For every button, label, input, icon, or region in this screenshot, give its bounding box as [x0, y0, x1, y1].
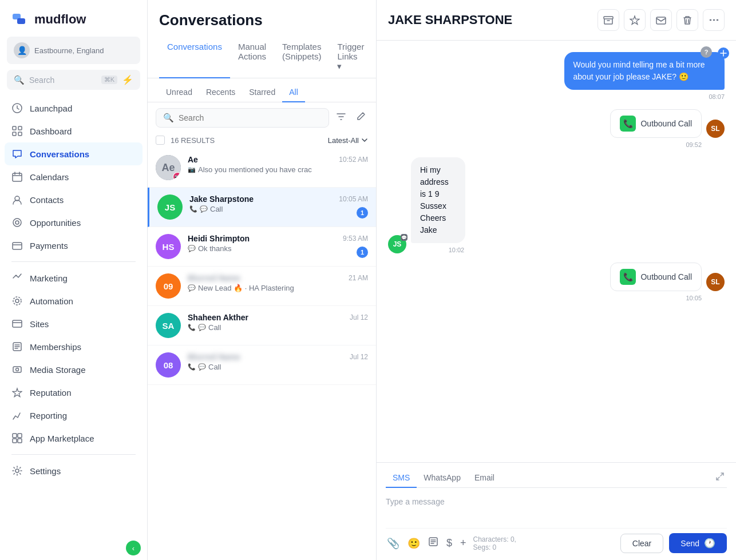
conversation-item-shaheen[interactable]: SA Shaheen Akther Jul 12 📞 💬 Call [148, 306, 376, 345]
composer-placeholder: Type a message [386, 497, 445, 506]
conversations-search-box[interactable]: 🔍 [156, 108, 329, 128]
chat-panel: JAKE SHARPSTONE Would you mind t [377, 0, 736, 560]
channel-icon-shaheen-phone: 📞 [188, 324, 196, 331]
dashboard-icon [11, 125, 23, 137]
user-location[interactable]: 👤 Eastbourne, England [7, 37, 140, 64]
conv-body-09: Blurred Name 21 AM 💬 New Lead 🔥 · HA Pla… [188, 273, 368, 292]
conversation-item-jake-sharpstone[interactable]: JS Jake Sharpstone 10:05 AM 📞 💬 Call 1 [148, 188, 376, 227]
conversations-search-input[interactable] [179, 113, 322, 122]
conv-time-jake: 10:05 AM [339, 195, 368, 203]
sidebar-item-reporting[interactable]: Reporting [5, 404, 143, 427]
tab-conversations-active[interactable]: Conversations [159, 37, 230, 78]
sidebar-item-conversations[interactable]: Conversations [5, 142, 143, 165]
call-bubble-2: 📞 Outbound Call [610, 263, 702, 291]
sidebar-item-calendars[interactable]: Calendars [5, 165, 143, 188]
conv-preview-ae: 📷 Also you mentioned you have crac [188, 165, 368, 174]
sidebar-item-sites[interactable]: Sites [5, 312, 143, 335]
sidebar-item-reputation[interactable]: Reputation [5, 381, 143, 404]
conversations-subtabs: Unread Recents Starred All [148, 78, 376, 102]
email-button[interactable] [650, 9, 672, 31]
sidebar-item-memberships[interactable]: Memberships [5, 335, 143, 358]
global-search[interactable]: 🔍 Search ⌘K ⚡ [7, 70, 140, 90]
sidebar-item-label-settings: Settings [30, 466, 61, 476]
sidebar-item-launchpad[interactable]: Launchpad [5, 97, 143, 120]
conversation-item-08[interactable]: 08 Blurred Name Jul 12 📞 💬 Call [148, 345, 376, 385]
conversation-item-09[interactable]: 09 Blurred Name 21 AM 💬 New Lead 🔥 · HA … [148, 267, 376, 306]
conv-time-heidi: 9:53 AM [343, 235, 368, 243]
chat-header-actions [597, 9, 725, 31]
payments-icon [11, 240, 23, 251]
conversations-icon [11, 148, 23, 160]
template-button[interactable] [427, 535, 440, 551]
delete-button[interactable] [676, 9, 698, 31]
compose-icon[interactable] [353, 109, 368, 127]
svg-rect-16 [13, 367, 21, 372]
sidebar-item-automation[interactable]: Automation [5, 289, 143, 312]
sidebar-item-label-contacts: Contacts [30, 195, 64, 205]
tab-manual-actions[interactable]: Manual Actions [230, 37, 274, 78]
sort-selector[interactable]: Latest-All [328, 136, 368, 145]
add-button[interactable]: + [459, 536, 468, 550]
composer-tab-sms[interactable]: SMS [386, 470, 417, 488]
subtab-recents[interactable]: Recents [199, 84, 242, 102]
sidebar-item-media-storage[interactable]: Media Storage [5, 358, 143, 381]
tab-trigger-links[interactable]: Trigger Links ▾ [329, 37, 372, 78]
subtab-unread[interactable]: Unread [159, 84, 199, 102]
chat-composer: SMS WhatsApp Email Type a message 📎 🙂 $ … [377, 462, 736, 560]
message-composer-area[interactable]: Type a message [386, 494, 727, 528]
sidebar-item-label-reporting: Reporting [30, 411, 67, 420]
sidebar-item-opportunities[interactable]: Opportunities [5, 211, 143, 234]
sidebar-item-marketing[interactable]: Marketing [5, 267, 143, 289]
svg-rect-4 [18, 126, 22, 130]
logo[interactable]: mudflow [0, 0, 147, 37]
call-row-2: 📞 Outbound Call 10:05 SL [388, 263, 725, 301]
conversation-item-ae[interactable]: Ae 📷 Ae 10:52 AM 📷 Also you mentioned yo… [148, 148, 376, 188]
sidebar-collapse-button[interactable]: ‹ [126, 541, 141, 555]
sidebar-item-app-marketplace[interactable]: App Marketplace [5, 427, 143, 450]
sidebar-item-label-marketing: Marketing [30, 273, 68, 283]
more-options-button[interactable] [703, 9, 725, 31]
sidebar-item-settings[interactable]: Settings [5, 459, 143, 482]
conversation-item-heidi[interactable]: HS Heidi Shrimpton 9:53 AM 💬 Ok thanks 1 [148, 227, 376, 267]
clear-button[interactable]: Clear [620, 534, 663, 553]
send-button[interactable]: Send 🕐 [669, 533, 727, 553]
nav-divider-2 [11, 454, 136, 455]
svg-rect-11 [13, 243, 22, 249]
conversations-panel: Conversations Conversations Conversation… [148, 0, 377, 560]
svg-rect-18 [13, 434, 17, 438]
sidebar-item-label-launchpad: Launchpad [30, 104, 72, 113]
conv-name-08: Blurred Name [188, 352, 240, 362]
conv-name-heidi: Heidi Shrimpton [188, 234, 250, 243]
subtab-starred[interactable]: Starred [242, 84, 282, 102]
sidebar-item-label-automation: Automation [30, 296, 73, 306]
reputation-icon [11, 387, 23, 398]
tab-templates[interactable]: Templates (Snippets) [274, 37, 329, 78]
composer-tab-whatsapp[interactable]: WhatsApp [417, 470, 468, 488]
svg-text:📷: 📷 [175, 174, 180, 180]
message-bubble-1: Would you mind telling me a bit more abo… [564, 52, 725, 90]
select-all-checkbox[interactable] [156, 136, 165, 145]
subtab-all[interactable]: All [282, 84, 305, 102]
conversations-list: Ae 📷 Ae 10:52 AM 📷 Also you mentioned yo… [148, 148, 376, 560]
expand-composer-button[interactable] [713, 470, 727, 487]
svg-text:Ae: Ae [161, 162, 175, 173]
message-time-2: 10:02 [411, 247, 502, 253]
sidebar-item-label-media-storage: Media Storage [30, 365, 86, 375]
attachment-button[interactable]: 📎 [386, 536, 401, 551]
search-icon: 🔍 [14, 75, 25, 85]
chat-header: JAKE SHARPSTONE [377, 0, 736, 41]
conv-name-jake: Jake Sharpstone [189, 194, 254, 204]
svg-rect-3 [13, 126, 16, 130]
payment-button[interactable]: $ [445, 536, 453, 550]
sidebar-item-payments[interactable]: Payments [5, 234, 143, 257]
search-icon: 🔍 [163, 113, 174, 123]
sidebar-item-contacts[interactable]: Contacts [5, 188, 143, 211]
emoji-button[interactable]: 🙂 [406, 536, 421, 551]
archive-button[interactable] [597, 9, 619, 31]
filter-icon[interactable] [334, 109, 349, 127]
sidebar-item-label-payments: Payments [30, 241, 68, 251]
sms-badge: 💬 [401, 234, 407, 241]
sidebar-item-dashboard[interactable]: Dashboard [5, 120, 143, 142]
star-button[interactable] [624, 9, 646, 31]
composer-tab-email[interactable]: Email [468, 470, 501, 488]
